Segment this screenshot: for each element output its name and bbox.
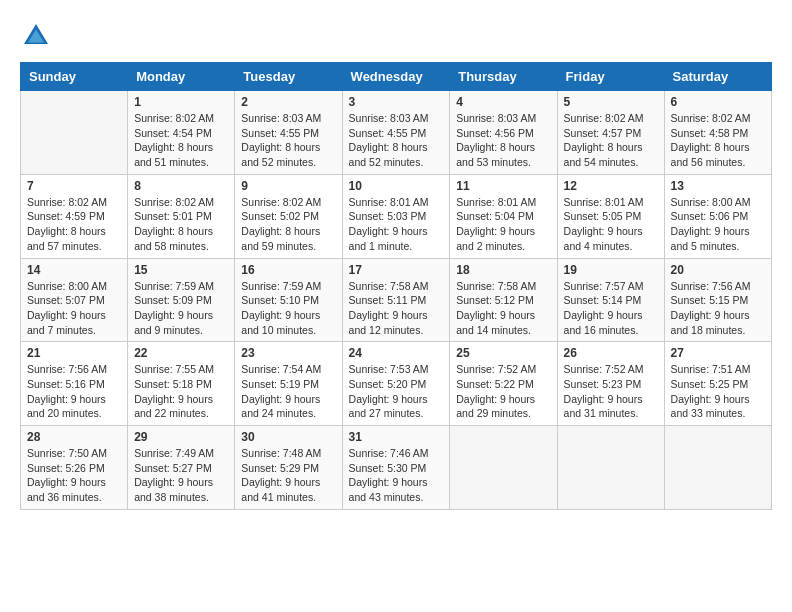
- day-number: 6: [671, 95, 765, 109]
- day-info: Sunrise: 7:59 AM Sunset: 5:10 PM Dayligh…: [241, 279, 335, 338]
- day-info: Sunrise: 7:59 AM Sunset: 5:09 PM Dayligh…: [134, 279, 228, 338]
- day-number: 17: [349, 263, 444, 277]
- day-number: 14: [27, 263, 121, 277]
- calendar-week-1: 1Sunrise: 8:02 AM Sunset: 4:54 PM Daylig…: [21, 91, 772, 175]
- calendar-cell: [21, 91, 128, 175]
- page-header: [20, 20, 772, 52]
- day-info: Sunrise: 8:02 AM Sunset: 4:54 PM Dayligh…: [134, 111, 228, 170]
- calendar-week-2: 7Sunrise: 8:02 AM Sunset: 4:59 PM Daylig…: [21, 174, 772, 258]
- calendar-cell: [450, 426, 557, 510]
- logo: [20, 20, 58, 52]
- day-number: 25: [456, 346, 550, 360]
- logo-icon: [20, 20, 52, 52]
- weekday-header-row: SundayMondayTuesdayWednesdayThursdayFrid…: [21, 63, 772, 91]
- weekday-header-sunday: Sunday: [21, 63, 128, 91]
- day-info: Sunrise: 7:50 AM Sunset: 5:26 PM Dayligh…: [27, 446, 121, 505]
- calendar-cell: 18Sunrise: 7:58 AM Sunset: 5:12 PM Dayli…: [450, 258, 557, 342]
- day-number: 24: [349, 346, 444, 360]
- calendar-cell: 15Sunrise: 7:59 AM Sunset: 5:09 PM Dayli…: [128, 258, 235, 342]
- day-number: 20: [671, 263, 765, 277]
- day-number: 16: [241, 263, 335, 277]
- calendar-header: SundayMondayTuesdayWednesdayThursdayFrid…: [21, 63, 772, 91]
- calendar-cell: 11Sunrise: 8:01 AM Sunset: 5:04 PM Dayli…: [450, 174, 557, 258]
- day-info: Sunrise: 8:00 AM Sunset: 5:06 PM Dayligh…: [671, 195, 765, 254]
- day-number: 27: [671, 346, 765, 360]
- weekday-header-monday: Monday: [128, 63, 235, 91]
- day-number: 3: [349, 95, 444, 109]
- calendar-week-5: 28Sunrise: 7:50 AM Sunset: 5:26 PM Dayli…: [21, 426, 772, 510]
- calendar-cell: 22Sunrise: 7:55 AM Sunset: 5:18 PM Dayli…: [128, 342, 235, 426]
- day-info: Sunrise: 8:01 AM Sunset: 5:05 PM Dayligh…: [564, 195, 658, 254]
- weekday-header-thursday: Thursday: [450, 63, 557, 91]
- calendar-cell: 3Sunrise: 8:03 AM Sunset: 4:55 PM Daylig…: [342, 91, 450, 175]
- calendar-cell: 16Sunrise: 7:59 AM Sunset: 5:10 PM Dayli…: [235, 258, 342, 342]
- weekday-header-tuesday: Tuesday: [235, 63, 342, 91]
- day-number: 10: [349, 179, 444, 193]
- day-number: 12: [564, 179, 658, 193]
- day-info: Sunrise: 7:49 AM Sunset: 5:27 PM Dayligh…: [134, 446, 228, 505]
- calendar-cell: 6Sunrise: 8:02 AM Sunset: 4:58 PM Daylig…: [664, 91, 771, 175]
- day-info: Sunrise: 7:52 AM Sunset: 5:22 PM Dayligh…: [456, 362, 550, 421]
- weekday-header-saturday: Saturday: [664, 63, 771, 91]
- day-info: Sunrise: 8:01 AM Sunset: 5:03 PM Dayligh…: [349, 195, 444, 254]
- day-info: Sunrise: 7:51 AM Sunset: 5:25 PM Dayligh…: [671, 362, 765, 421]
- calendar-cell: [557, 426, 664, 510]
- day-info: Sunrise: 7:52 AM Sunset: 5:23 PM Dayligh…: [564, 362, 658, 421]
- day-number: 13: [671, 179, 765, 193]
- day-info: Sunrise: 8:03 AM Sunset: 4:56 PM Dayligh…: [456, 111, 550, 170]
- day-info: Sunrise: 8:02 AM Sunset: 4:59 PM Dayligh…: [27, 195, 121, 254]
- day-info: Sunrise: 8:02 AM Sunset: 4:57 PM Dayligh…: [564, 111, 658, 170]
- day-info: Sunrise: 7:46 AM Sunset: 5:30 PM Dayligh…: [349, 446, 444, 505]
- calendar-cell: 26Sunrise: 7:52 AM Sunset: 5:23 PM Dayli…: [557, 342, 664, 426]
- calendar-week-4: 21Sunrise: 7:56 AM Sunset: 5:16 PM Dayli…: [21, 342, 772, 426]
- day-number: 29: [134, 430, 228, 444]
- calendar-cell: 4Sunrise: 8:03 AM Sunset: 4:56 PM Daylig…: [450, 91, 557, 175]
- day-info: Sunrise: 8:02 AM Sunset: 5:01 PM Dayligh…: [134, 195, 228, 254]
- calendar-cell: [664, 426, 771, 510]
- day-number: 26: [564, 346, 658, 360]
- day-number: 11: [456, 179, 550, 193]
- calendar-cell: 30Sunrise: 7:48 AM Sunset: 5:29 PM Dayli…: [235, 426, 342, 510]
- calendar-table: SundayMondayTuesdayWednesdayThursdayFrid…: [20, 62, 772, 510]
- calendar-cell: 1Sunrise: 8:02 AM Sunset: 4:54 PM Daylig…: [128, 91, 235, 175]
- day-number: 30: [241, 430, 335, 444]
- day-number: 8: [134, 179, 228, 193]
- day-info: Sunrise: 8:01 AM Sunset: 5:04 PM Dayligh…: [456, 195, 550, 254]
- day-info: Sunrise: 7:53 AM Sunset: 5:20 PM Dayligh…: [349, 362, 444, 421]
- calendar-cell: 10Sunrise: 8:01 AM Sunset: 5:03 PM Dayli…: [342, 174, 450, 258]
- calendar-cell: 31Sunrise: 7:46 AM Sunset: 5:30 PM Dayli…: [342, 426, 450, 510]
- calendar-cell: 5Sunrise: 8:02 AM Sunset: 4:57 PM Daylig…: [557, 91, 664, 175]
- calendar-cell: 27Sunrise: 7:51 AM Sunset: 5:25 PM Dayli…: [664, 342, 771, 426]
- day-info: Sunrise: 7:56 AM Sunset: 5:16 PM Dayligh…: [27, 362, 121, 421]
- calendar-cell: 9Sunrise: 8:02 AM Sunset: 5:02 PM Daylig…: [235, 174, 342, 258]
- day-number: 2: [241, 95, 335, 109]
- day-number: 1: [134, 95, 228, 109]
- calendar-cell: 23Sunrise: 7:54 AM Sunset: 5:19 PM Dayli…: [235, 342, 342, 426]
- day-info: Sunrise: 8:03 AM Sunset: 4:55 PM Dayligh…: [241, 111, 335, 170]
- day-info: Sunrise: 7:58 AM Sunset: 5:12 PM Dayligh…: [456, 279, 550, 338]
- day-number: 21: [27, 346, 121, 360]
- calendar-cell: 28Sunrise: 7:50 AM Sunset: 5:26 PM Dayli…: [21, 426, 128, 510]
- calendar-cell: 17Sunrise: 7:58 AM Sunset: 5:11 PM Dayli…: [342, 258, 450, 342]
- calendar-cell: 25Sunrise: 7:52 AM Sunset: 5:22 PM Dayli…: [450, 342, 557, 426]
- weekday-header-friday: Friday: [557, 63, 664, 91]
- calendar-week-3: 14Sunrise: 8:00 AM Sunset: 5:07 PM Dayli…: [21, 258, 772, 342]
- day-number: 23: [241, 346, 335, 360]
- day-info: Sunrise: 7:57 AM Sunset: 5:14 PM Dayligh…: [564, 279, 658, 338]
- calendar-body: 1Sunrise: 8:02 AM Sunset: 4:54 PM Daylig…: [21, 91, 772, 510]
- calendar-cell: 12Sunrise: 8:01 AM Sunset: 5:05 PM Dayli…: [557, 174, 664, 258]
- day-info: Sunrise: 7:54 AM Sunset: 5:19 PM Dayligh…: [241, 362, 335, 421]
- day-number: 18: [456, 263, 550, 277]
- calendar-cell: 14Sunrise: 8:00 AM Sunset: 5:07 PM Dayli…: [21, 258, 128, 342]
- day-info: Sunrise: 7:48 AM Sunset: 5:29 PM Dayligh…: [241, 446, 335, 505]
- day-info: Sunrise: 8:02 AM Sunset: 4:58 PM Dayligh…: [671, 111, 765, 170]
- day-number: 19: [564, 263, 658, 277]
- day-info: Sunrise: 7:58 AM Sunset: 5:11 PM Dayligh…: [349, 279, 444, 338]
- calendar-cell: 21Sunrise: 7:56 AM Sunset: 5:16 PM Dayli…: [21, 342, 128, 426]
- day-info: Sunrise: 7:56 AM Sunset: 5:15 PM Dayligh…: [671, 279, 765, 338]
- calendar-cell: 8Sunrise: 8:02 AM Sunset: 5:01 PM Daylig…: [128, 174, 235, 258]
- calendar-cell: 19Sunrise: 7:57 AM Sunset: 5:14 PM Dayli…: [557, 258, 664, 342]
- calendar-cell: 29Sunrise: 7:49 AM Sunset: 5:27 PM Dayli…: [128, 426, 235, 510]
- day-number: 15: [134, 263, 228, 277]
- day-info: Sunrise: 8:00 AM Sunset: 5:07 PM Dayligh…: [27, 279, 121, 338]
